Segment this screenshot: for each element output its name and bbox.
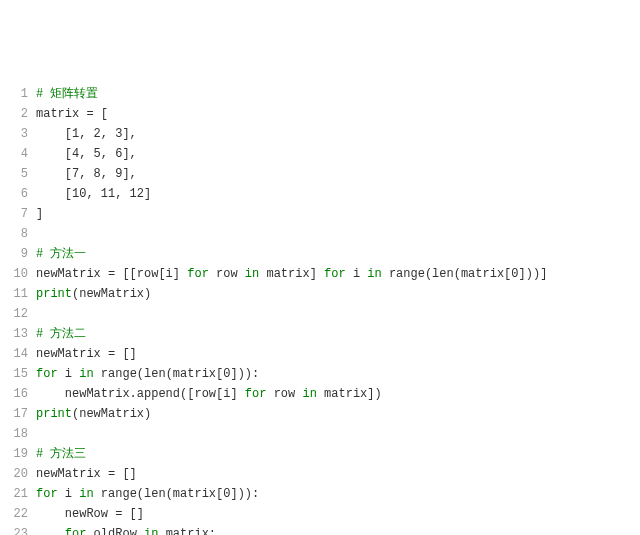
line-content: # 方法二: [36, 324, 632, 344]
line-content: # 方法三: [36, 444, 632, 464]
code-line: 5 [7, 8, 9],: [8, 164, 632, 184]
token-id: matrix: [36, 107, 86, 121]
line-number: 19: [8, 444, 36, 464]
line-content: [10, 11, 12]: [36, 184, 632, 204]
code-line: 10newMatrix = [[row[i] for row in matrix…: [8, 264, 632, 284]
code-line: 22 newRow = []: [8, 504, 632, 524]
token-id: newMatrix = []: [36, 467, 137, 481]
token-cm: # 方法一: [36, 247, 86, 261]
line-number: 11: [8, 284, 36, 304]
line-content: [36, 224, 632, 244]
line-content: [7, 8, 9],: [36, 164, 632, 184]
line-content: # 矩阵转置: [36, 84, 632, 104]
token-kw: in: [79, 487, 93, 501]
token-id: ]: [36, 207, 43, 221]
line-content: newMatrix = []: [36, 344, 632, 364]
code-line: 19# 方法三: [8, 444, 632, 464]
token-id: oldRow: [86, 527, 144, 535]
code-line: 14newMatrix = []: [8, 344, 632, 364]
token-kw: print: [36, 407, 72, 421]
line-number: 3: [8, 124, 36, 144]
token-cm: # 方法三: [36, 447, 86, 461]
line-content: [4, 5, 6],: [36, 144, 632, 164]
code-line: 23 for oldRow in matrix:: [8, 524, 632, 535]
token-id: row: [209, 267, 245, 281]
line-number: 4: [8, 144, 36, 164]
token-id: i: [58, 367, 80, 381]
line-content: [1, 2, 3],: [36, 124, 632, 144]
line-number: 6: [8, 184, 36, 204]
line-content: for i in range(len(matrix[0])):: [36, 364, 632, 384]
token-id: (newMatrix): [72, 407, 151, 421]
line-number: 1: [8, 84, 36, 104]
line-content: newMatrix = []: [36, 464, 632, 484]
code-line: 4 [4, 5, 6],: [8, 144, 632, 164]
line-number: 23: [8, 524, 36, 535]
line-number: 15: [8, 364, 36, 384]
token-cm: # 方法二: [36, 327, 86, 341]
line-number: 12: [8, 304, 36, 324]
token-kw: in: [144, 527, 158, 535]
line-number: 8: [8, 224, 36, 244]
token-id: [10, 11, 12]: [36, 187, 151, 201]
line-number: 20: [8, 464, 36, 484]
token-id: row: [266, 387, 302, 401]
code-line: 21for i in range(len(matrix[0])):: [8, 484, 632, 504]
token-id: = [: [86, 107, 108, 121]
token-id: (newMatrix): [72, 287, 151, 301]
code-line: 17print(newMatrix): [8, 404, 632, 424]
token-id: matrix]): [317, 387, 382, 401]
token-kw: print: [36, 287, 72, 301]
line-content: print(newMatrix): [36, 284, 632, 304]
line-number: 2: [8, 104, 36, 124]
token-id: matrix]: [259, 267, 324, 281]
token-kw: for: [36, 487, 58, 501]
line-content: newMatrix = [[row[i] for row in matrix] …: [36, 264, 632, 284]
token-id: [4, 5, 6],: [36, 147, 137, 161]
line-content: for i in range(len(matrix[0])):: [36, 484, 632, 504]
code-line: 12: [8, 304, 632, 324]
line-content: ]: [36, 204, 632, 224]
token-id: [36, 527, 65, 535]
code-line: 7]: [8, 204, 632, 224]
token-kw: for: [187, 267, 209, 281]
code-line: 1# 矩阵转置: [8, 84, 632, 104]
code-line: 16 newMatrix.append([row[i] for row in m…: [8, 384, 632, 404]
token-kw: for: [65, 527, 87, 535]
line-number: 16: [8, 384, 36, 404]
line-number: 10: [8, 264, 36, 284]
token-id: newMatrix = []: [36, 347, 137, 361]
token-kw: in: [302, 387, 316, 401]
line-number: 22: [8, 504, 36, 524]
line-number: 18: [8, 424, 36, 444]
token-id: newRow = []: [36, 507, 144, 521]
code-line: 15for i in range(len(matrix[0])):: [8, 364, 632, 384]
line-number: 21: [8, 484, 36, 504]
line-number: 13: [8, 324, 36, 344]
line-content: print(newMatrix): [36, 404, 632, 424]
token-kw: in: [367, 267, 381, 281]
code-line: 9# 方法一: [8, 244, 632, 264]
token-id: i: [346, 267, 368, 281]
code-block: 1# 矩阵转置2matrix = [3 [1, 2, 3],4 [4, 5, 6…: [8, 84, 632, 535]
code-line: 18: [8, 424, 632, 444]
token-cm: # 矩阵转置: [36, 87, 98, 101]
code-line: 13# 方法二: [8, 324, 632, 344]
token-kw: for: [245, 387, 267, 401]
line-number: 17: [8, 404, 36, 424]
token-kw: for: [36, 367, 58, 381]
line-content: [36, 304, 632, 324]
token-kw: in: [245, 267, 259, 281]
token-id: range(len(matrix[0])):: [94, 487, 260, 501]
token-id: i: [58, 487, 80, 501]
line-content: newMatrix.append([row[i] for row in matr…: [36, 384, 632, 404]
line-content: newRow = []: [36, 504, 632, 524]
line-number: 9: [8, 244, 36, 264]
line-number: 5: [8, 164, 36, 184]
token-id: range(len(matrix[0])):: [94, 367, 260, 381]
token-id: [1, 2, 3],: [36, 127, 137, 141]
line-content: matrix = [: [36, 104, 632, 124]
token-id: newMatrix.append([row[i]: [36, 387, 245, 401]
token-kw: for: [324, 267, 346, 281]
line-number: 7: [8, 204, 36, 224]
